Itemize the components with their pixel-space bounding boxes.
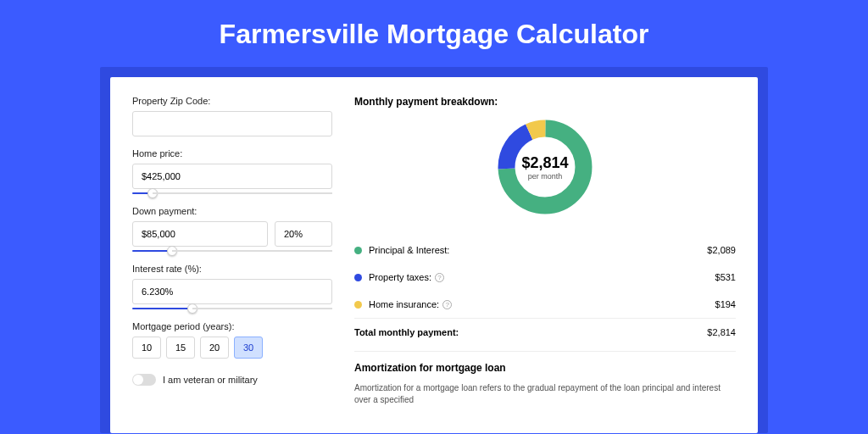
breakdown-value: $531 [715, 272, 736, 282]
slider-thumb[interactable] [147, 188, 158, 198]
period-btn-30[interactable]: 30 [234, 337, 263, 359]
period-group: Mortgage period (years): 10 15 20 30 [132, 321, 332, 359]
breakdown-row-taxes: Property taxes: ? $531 [354, 264, 736, 291]
page-title: Farmersville Mortgage Calculator [0, 0, 868, 67]
breakdown-value: $194 [715, 299, 736, 309]
down-payment-label: Down payment: [132, 206, 332, 216]
period-btn-10[interactable]: 10 [132, 337, 161, 359]
breakdown-label: Principal & Interest: [369, 245, 707, 255]
zip-group: Property Zip Code: [132, 96, 332, 136]
slider-thumb[interactable] [187, 303, 198, 314]
breakdown-title: Monthly payment breakdown: [354, 96, 736, 108]
home-price-group: Home price: [132, 148, 332, 194]
card-outer: Property Zip Code: Home price: Down paym… [100, 67, 768, 433]
dot-icon [354, 247, 362, 254]
dot-icon [354, 274, 362, 281]
donut-chart: $2,814 per month [354, 116, 736, 218]
breakdown-total-value: $2,814 [707, 327, 736, 337]
help-icon[interactable]: ? [442, 300, 452, 309]
amortization-title: Amortization for mortgage loan [354, 362, 736, 374]
breakdown-total-label: Total monthly payment: [354, 327, 707, 337]
donut-amount: $2,814 [521, 154, 568, 172]
interest-group: Interest rate (%): [132, 264, 332, 309]
veteran-row: I am veteran or military [132, 374, 332, 386]
home-price-input[interactable] [132, 164, 332, 189]
breakdown-column: Monthly payment breakdown: $2,814 per mo… [354, 96, 736, 433]
period-options: 10 15 20 30 [132, 337, 332, 359]
slider-thumb[interactable] [167, 246, 177, 256]
zip-label: Property Zip Code: [132, 96, 332, 106]
calculator-card: Property Zip Code: Home price: Down paym… [110, 77, 758, 433]
veteran-label: I am veteran or military [163, 375, 258, 385]
breakdown-value: $2,089 [707, 245, 736, 255]
divider [354, 351, 736, 352]
interest-label: Interest rate (%): [132, 264, 332, 274]
zip-input[interactable] [132, 111, 332, 136]
down-payment-pct-input[interactable] [275, 221, 332, 247]
period-btn-15[interactable]: 15 [166, 337, 195, 359]
home-price-label: Home price: [132, 148, 332, 159]
down-payment-slider[interactable] [132, 250, 332, 252]
breakdown-row-total: Total monthly payment: $2,814 [354, 318, 736, 346]
home-price-slider[interactable] [132, 192, 332, 194]
down-payment-group: Down payment: [132, 206, 332, 252]
interest-input[interactable] [132, 279, 332, 304]
period-btn-20[interactable]: 20 [200, 337, 229, 359]
amortization-text: Amortization for a mortgage loan refers … [354, 382, 736, 406]
period-label: Mortgage period (years): [132, 321, 332, 331]
breakdown-row-insurance: Home insurance: ? $194 [354, 291, 736, 318]
help-icon[interactable]: ? [435, 273, 444, 282]
breakdown-row-principal: Principal & Interest: $2,089 [354, 236, 736, 264]
breakdown-label: Property taxes: ? [369, 272, 715, 282]
donut-sub: per month [521, 172, 568, 181]
veteran-toggle[interactable] [132, 374, 156, 386]
donut-center: $2,814 per month [521, 154, 568, 181]
dot-icon [354, 301, 362, 309]
interest-slider[interactable] [132, 308, 332, 309]
breakdown-label: Home insurance: ? [369, 299, 715, 309]
form-column: Property Zip Code: Home price: Down paym… [132, 96, 332, 433]
down-payment-input[interactable] [132, 221, 268, 247]
